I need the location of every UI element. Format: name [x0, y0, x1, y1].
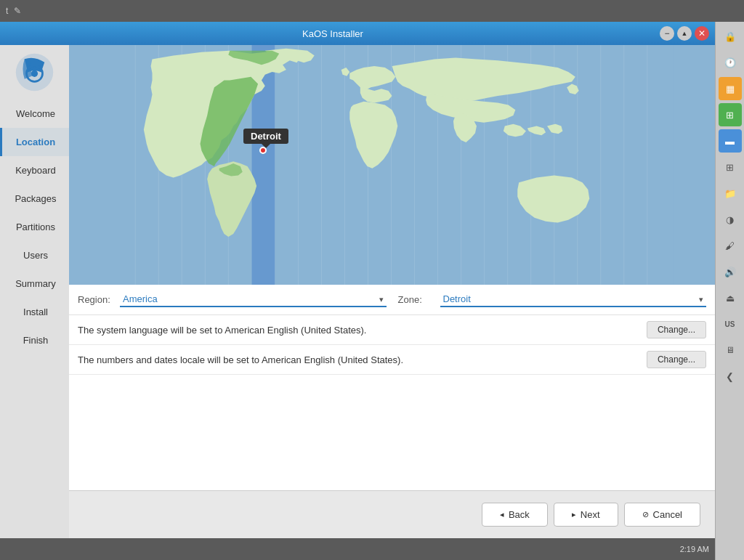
region-field-group: Region: America [78, 292, 387, 307]
world-map-svg [69, 45, 715, 285]
bottom-bar: 2:19 AM [0, 538, 715, 560]
sidebar-item-partitions[interactable]: Partitions [0, 213, 69, 241]
close-button[interactable]: ✕ [695, 26, 709, 41]
back-button[interactable]: ◂ Back [482, 503, 548, 527]
monitor-icon[interactable]: 🖥 [719, 338, 742, 362]
sidebar-item-keyboard[interactable]: Keyboard [0, 156, 69, 184]
nav-logo [0, 52, 69, 92]
chevron-left-icon[interactable]: ❮ [719, 365, 742, 388]
topbar-t-icon: t [6, 6, 8, 16]
region-zone-row: Region: America Zone: Detroit [69, 285, 715, 315]
sidebar-item-finish[interactable]: Finish [0, 326, 69, 354]
top-bar: t ✎ [0, 0, 744, 22]
language-change-button[interactable]: Change... [647, 321, 706, 338]
region-select-wrapper: America [120, 292, 387, 307]
zone-field-group: Zone: Detroit [398, 292, 707, 307]
title-bar-controls: − ▲ ✕ [660, 26, 709, 41]
next-chevron-icon: ▸ [572, 510, 576, 519]
window-body: Welcome Location Keyboard Packages Parti… [0, 45, 715, 538]
windows-grid-icon[interactable]: ⊞ [719, 155, 742, 179]
sidebar-item-install[interactable]: Install [0, 298, 69, 326]
sidebar-item-summary[interactable]: Summary [0, 269, 69, 298]
locale-info-row: The numbers and dates locale will be set… [69, 345, 715, 375]
map-container[interactable]: Detroit [69, 45, 715, 285]
next-button[interactable]: ▸ Next [554, 503, 618, 527]
sidebar-item-users[interactable]: Users [0, 241, 69, 269]
main-content: Detroit Region: America [69, 45, 715, 538]
kaos-logo-svg [15, 52, 54, 92]
sidebar-item-location[interactable]: Location [0, 128, 69, 156]
installer-window: KaOS Installer − ▲ ✕ [0, 22, 715, 538]
folder-icon[interactable]: 📁 [719, 182, 742, 205]
svg-point-2 [31, 70, 38, 77]
language-info-row: The system language will be set to Ameri… [69, 315, 715, 345]
volume-icon[interactable]: 🔊 [719, 260, 742, 283]
zone-select-wrapper: Detroit [440, 292, 707, 307]
map-city-tooltip: Detroit [243, 129, 288, 144]
language-label[interactable]: US [719, 312, 742, 336]
orange-app-icon[interactable]: ▦ [719, 77, 742, 100]
controls-area: Region: America Zone: Detroit [69, 285, 715, 490]
zone-select[interactable]: Detroit [440, 292, 707, 307]
zone-label: Zone: [398, 294, 434, 305]
rainbow-icon[interactable]: ◑ [719, 208, 742, 231]
window-title: KaOS Installer [302, 28, 363, 39]
region-select[interactable]: America [120, 292, 387, 307]
sidebar-item-packages[interactable]: Packages [0, 184, 69, 213]
language-info-text: The system language will be set to Ameri… [78, 325, 641, 336]
title-bar: KaOS Installer − ▲ ✕ [0, 22, 715, 45]
taskbar-bar-icon[interactable]: ▬ [719, 129, 742, 153]
clock-widget-icon[interactable]: 🕐 [719, 51, 742, 74]
cancel-circle-icon: ⊘ [642, 510, 649, 519]
locale-change-button[interactable]: Change... [647, 351, 706, 368]
cancel-button[interactable]: ⊘ Cancel [624, 503, 700, 527]
locale-info-text: The numbers and dates locale will be set… [78, 354, 641, 365]
lock-icon[interactable]: 🔒 [719, 25, 742, 48]
paint-brush-icon[interactable]: 🖌 [719, 234, 742, 257]
nav-sidebar: Welcome Location Keyboard Packages Parti… [0, 45, 69, 538]
sidebar-item-welcome[interactable]: Welcome [0, 100, 69, 128]
right-panel: 🔒 🕐 ▦ ⊞ ▬ ⊞ 📁 ◑ 🖌 🔊 ⏏ US 🖥 ❮ [715, 22, 744, 560]
map-location-dot [259, 147, 267, 154]
usb-icon[interactable]: ⏏ [719, 286, 742, 309]
region-label: Region: [78, 294, 114, 305]
clock-time: 2:19 AM [680, 545, 709, 553]
maximize-button[interactable]: ▲ [677, 26, 692, 41]
nav-buttons: ◂ Back ▸ Next ⊘ Cancel [69, 490, 715, 538]
minimize-button[interactable]: − [660, 26, 674, 41]
back-chevron-icon: ◂ [500, 510, 504, 519]
calculator-icon[interactable]: ⊞ [719, 103, 742, 126]
topbar-edit-icon: ✎ [14, 6, 21, 16]
